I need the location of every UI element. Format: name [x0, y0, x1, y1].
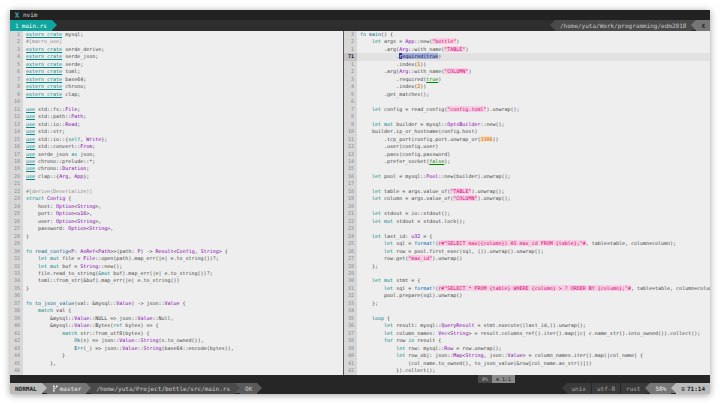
code-line[interactable]: 21 [10, 180, 343, 187]
code-line[interactable]: 32 let mut buf = String::new(); [10, 263, 343, 270]
right-pane[interactable]: 3fn main() {2 let args = App::new("bottl… [344, 31, 710, 375]
code-line[interactable]: 30fn read_config<P: AsRef<Path>>(path: P… [10, 248, 343, 255]
code-line[interactable]: 3 .required(true) [344, 76, 710, 83]
code-line[interactable]: 18 let table = args.value_of("TABLE").un… [344, 188, 710, 195]
code-line[interactable]: 5extern crate serde; [10, 61, 343, 68]
code-line[interactable]: 11use std::fs::File; [10, 106, 343, 113]
code-line[interactable]: 19 let column = args.value_of("COLUMN").… [344, 195, 710, 202]
code-line[interactable]: 25 let sql = format!(r#"SELECT max({colu… [344, 240, 710, 247]
code-line[interactable]: 33 }; [344, 300, 710, 307]
code-line[interactable]: 35} [10, 285, 343, 292]
code-line[interactable]: 32 pool.prepare(sql).unwrap() [344, 292, 710, 299]
code-line[interactable]: 31 let sql = format!(r#"SELECT * FROM {t… [344, 285, 710, 292]
code-line[interactable]: 45 }, [10, 360, 343, 367]
code-line[interactable]: 33 file.read_to_string(&mut buf).map_err… [10, 270, 343, 277]
code-line[interactable]: 29 [10, 240, 343, 247]
code-line[interactable]: 41 (col_name.to_owned(), to_json_value(&… [344, 360, 710, 367]
code-line[interactable]: 14 .prefer_socket(false); [344, 158, 710, 165]
line-number: 2 [10, 38, 23, 45]
code-line[interactable]: 36 [10, 292, 343, 299]
left-pane[interactable]: 1extern crate mysql;2#[macro_use]3extern… [10, 31, 343, 375]
code-line[interactable]: 2 .arg(Arg::with_name("COLUMN") [344, 68, 710, 75]
code-line[interactable]: 7extern crate base64; [10, 76, 343, 83]
code-line[interactable]: 12 .user(config.user) [344, 143, 710, 150]
code-line[interactable]: 37fn to_json_value(val: &mysql::Value) -… [10, 300, 343, 307]
code-line[interactable]: 3fn main() { [344, 31, 710, 38]
code-line[interactable]: 39 &mysql::Value::NULL => json::Value::N… [10, 315, 343, 322]
code-line[interactable]: 25 port: Option<u16>, [10, 210, 343, 217]
code-line[interactable]: 5 .get_matches(); [344, 91, 710, 98]
tab-main-rs[interactable]: 1 main.rs [10, 20, 52, 31]
code-line[interactable]: 36 let result: mysql::QueryResult = stmt… [344, 322, 710, 329]
tabline: 1 main.rs /home/yuta/Work/programming/ed… [10, 20, 710, 31]
code-line[interactable]: 42 }).collect(); [344, 367, 710, 374]
code-line[interactable]: 38 for row in result { [344, 337, 710, 344]
code-line[interactable]: 27 row.get("max_id").unwrap() [344, 255, 710, 262]
code-line[interactable]: 21 let stdout = io::stdout(); [344, 210, 710, 217]
code-line[interactable]: 9 let mut builder = mysql::OptsBuilder::… [344, 121, 710, 128]
code-line[interactable]: 7 let config = read_config("config.toml"… [344, 106, 710, 113]
code-line[interactable]: 10 builder.ip_or_hostname(config.host) [344, 128, 710, 135]
code-line[interactable]: 10 [10, 98, 343, 105]
code-line[interactable]: 39 let row: mysql::Row = row.unwrap(); [344, 345, 710, 352]
code-line[interactable]: 24 let last_id: u32 = { [344, 233, 710, 240]
code-line[interactable]: 13use std::io::Read; [10, 121, 343, 128]
code-line[interactable]: 46 [10, 367, 343, 374]
code-line[interactable]: 30 let mut stmt = { [344, 277, 710, 284]
code-line[interactable]: 4extern crate serde_json; [10, 53, 343, 60]
code-text: let stdout = io::stdout(); [357, 210, 710, 217]
code-line[interactable]: 20 [344, 203, 710, 210]
code-line[interactable]: 14use std::str; [10, 128, 343, 135]
code-line[interactable]: 16use std::convert::From; [10, 143, 343, 150]
code-line[interactable]: 20use clap::{Arg, App}; [10, 173, 343, 180]
code-line[interactable]: 24 host: Option<String>, [10, 203, 343, 210]
code-line[interactable]: 15 [344, 165, 710, 172]
code-line[interactable]: 8extern crate chrono; [10, 83, 343, 90]
code-line[interactable]: 17 [344, 180, 710, 187]
code-line[interactable]: 22#[derive(Deserialize)] [10, 188, 343, 195]
code-line[interactable]: 28} [10, 233, 343, 240]
code-line[interactable]: 13 .pass(config.password) [344, 151, 710, 158]
code-line[interactable]: 1 .arg(Arg::with_name("TABLE") [344, 46, 710, 53]
code-line[interactable]: 4 .index(2)) [344, 83, 710, 90]
code-line[interactable]: 40 &mysql::Value::Bytes(ref bytes) => { [10, 322, 343, 329]
code-line[interactable]: 23 [344, 225, 710, 232]
code-text: .required(true) [357, 76, 710, 83]
code-line[interactable]: 9extern crate clap; [10, 91, 343, 98]
close-icon[interactable]: X [696, 20, 710, 31]
code-line[interactable]: 40 let row_obj: json::Map<String, json::… [344, 352, 710, 359]
code-line[interactable]: 44 } [10, 352, 343, 359]
code-line[interactable]: 34 [344, 307, 710, 314]
code-line[interactable]: 42 Ok(s) => json::Value::String(s.to_own… [10, 337, 343, 344]
code-line[interactable]: 6extern crate toml; [10, 68, 343, 75]
code-line[interactable]: 17use serde_json as json; [10, 151, 343, 158]
code-line[interactable]: 3extern crate serde_derive; [10, 46, 343, 53]
code-line[interactable]: 23struct Config { [10, 195, 343, 202]
cursor-line[interactable]: 71 .required(true) [344, 53, 710, 60]
code-line[interactable]: 1extern crate mysql; [10, 31, 343, 38]
code-line[interactable]: 1 .index(1)) [344, 61, 710, 68]
code-line[interactable]: 12use std::path::Path; [10, 113, 343, 120]
code-line[interactable]: 28 }; [344, 263, 710, 270]
code-line[interactable]: 43 Err(_) => json::Value::String(base64:… [10, 345, 343, 352]
code-line[interactable]: 6 [344, 98, 710, 105]
code-line[interactable]: 34 toml::from_str(&buf).map_err(|e| e.to… [10, 277, 343, 284]
code-line[interactable]: 11 .tcp_port(config.port.unwrap_or(3306)… [344, 136, 710, 143]
code-line[interactable]: 8 [344, 113, 710, 120]
code-line[interactable]: 29 [344, 270, 710, 277]
code-line[interactable]: 31 let mut file = File::open(path).map_e… [10, 255, 343, 262]
code-line[interactable]: 22 let mut stdout = stdout.lock(); [344, 218, 710, 225]
code-line[interactable]: 41 match str::from_utf8(bytes) { [10, 330, 343, 337]
code-line[interactable]: 38 match val { [10, 307, 343, 314]
code-line[interactable]: 16 let pool = mysql::Pool::new(builder).… [344, 173, 710, 180]
code-line[interactable]: 26 let row = pool.first_exec(sql, ()).un… [344, 248, 710, 255]
code-line[interactable]: 15use std::io::{self, Write}; [10, 136, 343, 143]
code-line[interactable]: 19use chrono::Duration; [10, 165, 343, 172]
code-line[interactable]: 26 user: Option<String>, [10, 218, 343, 225]
code-line[interactable]: 2#[macro_use] [10, 38, 343, 45]
code-line[interactable]: 35 loop { [344, 315, 710, 322]
code-line[interactable]: 27 password: Option<String>, [10, 225, 343, 232]
code-line[interactable]: 37 let column_names: Vec<String> = resul… [344, 330, 710, 337]
code-line[interactable]: 18use chrono::prelude::*; [10, 158, 343, 165]
code-line[interactable]: 2 let args = App::new("bottle") [344, 38, 710, 45]
